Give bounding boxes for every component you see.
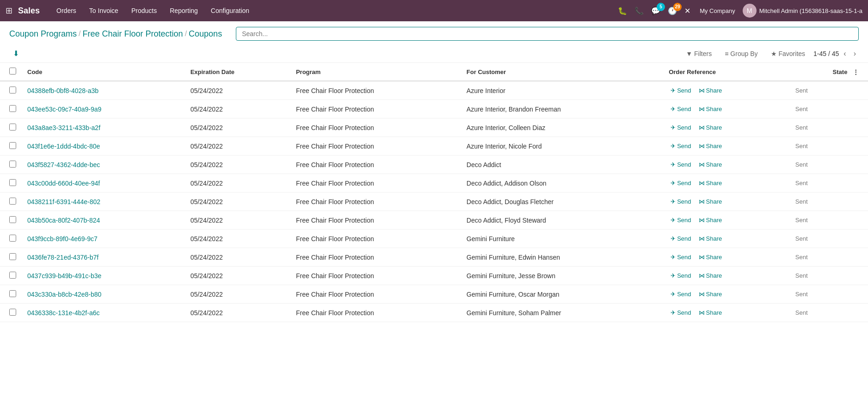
company-selector[interactable]: My Company [696,7,739,14]
row-checkbox-cell[interactable] [0,81,22,100]
share-button[interactable]: ⋈ Share [697,179,724,187]
row-checkbox[interactable] [9,253,16,260]
th-order-ref[interactable]: Order Reference [663,63,790,81]
select-all-header[interactable] [0,63,22,81]
send-button[interactable]: ✈ Send [669,290,693,299]
row-code[interactable]: 043a8ae3-3211-433b-a2f [22,118,185,137]
row-code[interactable]: 043b50ca-80f2-407b-824 [22,211,185,230]
th-code[interactable]: Code [22,63,185,81]
phone-icon[interactable]: 📞 [633,5,646,17]
row-checkbox-cell[interactable] [0,118,22,137]
row-program[interactable]: Free Chair Floor Protection [290,267,461,285]
row-program[interactable]: Free Chair Floor Protection [290,211,461,230]
share-button[interactable]: ⋈ Share [697,290,724,299]
clock-icon[interactable]: 🕐 29 [666,5,679,17]
send-button[interactable]: ✈ Send [669,197,693,206]
send-button[interactable]: ✈ Send [669,179,693,187]
send-button[interactable]: ✈ Send [669,105,693,113]
row-checkbox-cell[interactable] [0,248,22,267]
row-program[interactable]: Free Chair Floor Protection [290,100,461,118]
row-program[interactable]: Free Chair Floor Protection [290,118,461,137]
breadcrumb-coupon-programs[interactable]: Coupon Programs [9,29,77,39]
row-checkbox-cell[interactable] [0,267,22,285]
chat-icon[interactable]: 💬 5 [649,5,662,17]
row-code[interactable]: 043c00dd-660d-40ee-94f [22,174,185,193]
nav-orders[interactable]: Orders [51,3,82,18]
row-checkbox-cell[interactable] [0,230,22,248]
row-code[interactable]: 0436338c-131e-4b2f-a6c [22,304,185,322]
row-checkbox[interactable] [9,290,16,297]
nav-products[interactable]: Products [126,3,162,18]
row-checkbox[interactable] [9,179,16,186]
share-button[interactable]: ⋈ Share [697,253,724,261]
send-button[interactable]: ✈ Send [669,216,693,224]
row-checkbox-cell[interactable] [0,193,22,211]
share-button[interactable]: ⋈ Share [697,142,724,150]
row-code[interactable]: 0438211f-6391-444e-802 [22,193,185,211]
nav-configuration[interactable]: Configuration [205,3,255,18]
row-program[interactable]: Free Chair Floor Protection [290,230,461,248]
row-code[interactable]: 043f1e6e-1ddd-4bdc-80e [22,137,185,156]
row-checkbox-cell[interactable] [0,137,22,156]
row-checkbox[interactable] [9,124,16,131]
row-program[interactable]: Free Chair Floor Protection [290,81,461,100]
app-name[interactable]: Sales [18,6,40,16]
row-program[interactable]: Free Chair Floor Protection [290,156,461,174]
prev-page-button[interactable]: ‹ [841,49,849,59]
share-button[interactable]: ⋈ Share [697,216,724,224]
row-program[interactable]: Free Chair Floor Protection [290,248,461,267]
row-checkbox[interactable] [9,161,16,168]
filters-button[interactable]: ▼ Filters [681,48,716,59]
close-icon[interactable]: ✕ [683,5,692,17]
row-program[interactable]: Free Chair Floor Protection [290,174,461,193]
row-checkbox[interactable] [9,309,16,316]
breadcrumb-free-chair[interactable]: Free Chair Floor Protection [83,29,183,39]
row-program[interactable]: Free Chair Floor Protection [290,137,461,156]
row-checkbox[interactable] [9,87,16,93]
row-checkbox[interactable] [9,198,16,205]
share-button[interactable]: ⋈ Share [697,197,724,206]
row-code[interactable]: 0437c939-b49b-491c-b3e [22,267,185,285]
row-checkbox-cell[interactable] [0,174,22,193]
share-button[interactable]: ⋈ Share [697,308,724,317]
nav-to-invoice[interactable]: To Invoice [84,3,124,18]
row-program[interactable]: Free Chair Floor Protection [290,285,461,304]
send-button[interactable]: ✈ Send [669,123,693,132]
nav-reporting[interactable]: Reporting [164,3,203,18]
row-code[interactable]: 0436fe78-21ed-4376-b7f [22,248,185,267]
row-checkbox-cell[interactable] [0,285,22,304]
grid-icon[interactable]: ⊞ [6,6,12,16]
bug-icon[interactable]: 🐛 [616,5,629,17]
share-button[interactable]: ⋈ Share [697,86,724,95]
send-button[interactable]: ✈ Send [669,86,693,95]
share-button[interactable]: ⋈ Share [697,123,724,132]
row-code[interactable]: 043f5827-4362-4dde-bec [22,156,185,174]
row-code[interactable]: 04388efb-0bf8-4028-a3b [22,81,185,100]
send-button[interactable]: ✈ Send [669,308,693,317]
user-menu[interactable]: M Mitchell Admin (15638618-saas-15-1-a [743,4,862,18]
row-checkbox[interactable] [9,105,16,112]
next-page-button[interactable]: › [851,49,859,59]
row-checkbox[interactable] [9,216,16,223]
favorites-button[interactable]: ★ Favorites [766,48,810,59]
search-input[interactable] [236,27,859,41]
row-checkbox-cell[interactable] [0,156,22,174]
row-checkbox[interactable] [9,235,16,242]
send-button[interactable]: ✈ Send [669,271,693,280]
th-program[interactable]: Program [290,63,461,81]
row-checkbox[interactable] [9,272,16,279]
row-checkbox-cell[interactable] [0,304,22,322]
row-checkbox-cell[interactable] [0,211,22,230]
column-options-icon[interactable]: ⋮ [853,68,859,75]
row-checkbox[interactable] [9,142,16,149]
th-customer[interactable]: For Customer [461,63,663,81]
row-code[interactable]: 043f9ccb-89f0-4e69-9c7 [22,230,185,248]
send-button[interactable]: ✈ Send [669,253,693,261]
select-all-checkbox[interactable] [9,68,16,75]
send-button[interactable]: ✈ Send [669,160,693,169]
download-button[interactable]: ⬇ [9,47,23,60]
share-button[interactable]: ⋈ Share [697,234,724,243]
th-expiration[interactable]: Expiration Date [185,63,290,81]
row-code[interactable]: 043c330a-b8cb-42e8-b80 [22,285,185,304]
row-program[interactable]: Free Chair Floor Protection [290,304,461,322]
